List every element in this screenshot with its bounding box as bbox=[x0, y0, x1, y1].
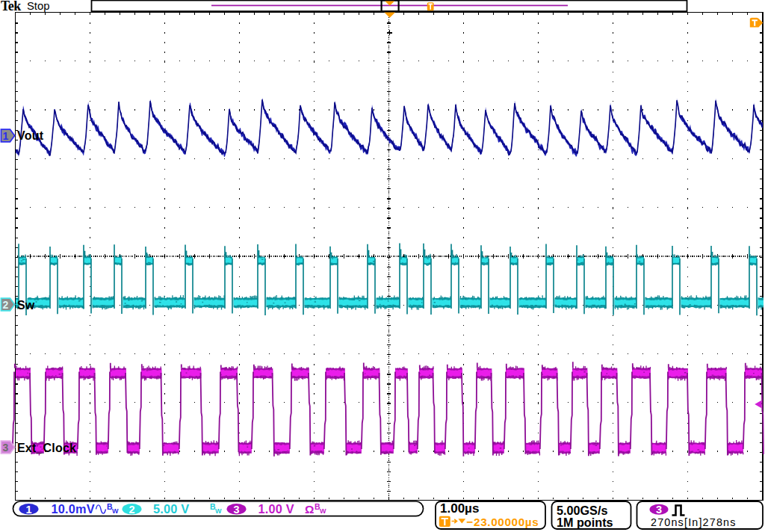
svg-text:Tek: Tek bbox=[1, 0, 21, 13]
svg-text:W: W bbox=[215, 507, 222, 515]
svg-text:Ω: Ω bbox=[305, 503, 314, 516]
svg-text:270ns[In]278ns: 270ns[In]278ns bbox=[651, 516, 737, 528]
svg-text:1: 1 bbox=[3, 130, 9, 142]
svg-text:3: 3 bbox=[3, 442, 9, 454]
svg-text:Ext_Clock: Ext_Clock bbox=[17, 442, 76, 454]
svg-text:Sw: Sw bbox=[17, 299, 35, 312]
svg-text:2: 2 bbox=[128, 504, 134, 516]
svg-text:1.00 V: 1.00 V bbox=[258, 502, 294, 516]
svg-text:W: W bbox=[112, 507, 119, 515]
svg-text:2: 2 bbox=[3, 299, 9, 311]
svg-text:1: 1 bbox=[25, 504, 31, 516]
svg-text:3: 3 bbox=[656, 504, 662, 516]
svg-text:10.0mV: 10.0mV bbox=[52, 502, 95, 516]
svg-text:Stop: Stop bbox=[27, 0, 49, 12]
svg-text:1M points: 1M points bbox=[557, 516, 613, 529]
svg-text:5.00 V: 5.00 V bbox=[153, 502, 189, 516]
svg-text:−23.00000µs: −23.00000µs bbox=[467, 516, 539, 528]
svg-text:Vout: Vout bbox=[17, 129, 44, 142]
svg-text:1.00µs: 1.00µs bbox=[440, 501, 479, 516]
svg-text:3: 3 bbox=[233, 504, 239, 516]
svg-text:W: W bbox=[320, 507, 326, 515]
